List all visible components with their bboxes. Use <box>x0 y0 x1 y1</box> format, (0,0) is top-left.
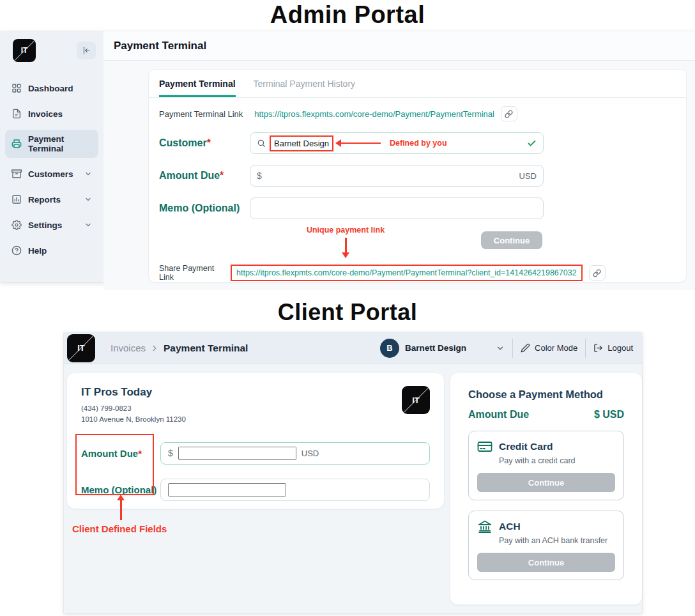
breadcrumb: Invoices Payment Terminal <box>111 343 248 354</box>
required-asterisk: * <box>138 448 142 459</box>
admin-sidebar: IT Dashboard Invoices Payment Terminal <box>0 31 103 282</box>
search-icon <box>257 139 266 148</box>
sidebar-collapse-button[interactable] <box>77 42 96 59</box>
merchant-logo: IT <box>402 386 430 414</box>
share-link-label: Share Payment Link <box>159 264 231 282</box>
sidebar-item-label: Payment Terminal <box>28 134 92 153</box>
share-link-row: Share Payment Link https://itpros.flexpm… <box>149 264 686 282</box>
credit-card-icon <box>477 439 493 454</box>
client-app-logo: IT <box>67 334 95 362</box>
dashboard-icon <box>11 83 22 93</box>
method-description: Pay with a credit card <box>499 456 615 465</box>
chevron-down-icon <box>84 170 92 178</box>
sidebar-item-invoices[interactable]: Invoices <box>5 104 98 123</box>
merchant-phone: (434) 799-0823 <box>81 403 186 414</box>
memo-input-wrap <box>250 197 544 219</box>
admin-topbar: Payment Terminal <box>103 31 695 61</box>
credit-card-continue-button[interactable]: Continue <box>477 473 615 492</box>
copy-link-button[interactable] <box>501 106 517 121</box>
user-menu-chevron-icon[interactable] <box>496 344 505 353</box>
sidebar-item-label: Reports <box>28 195 61 204</box>
merchant-logo-text: IT <box>412 396 420 405</box>
tab-payment-terminal[interactable]: Payment Terminal <box>159 79 236 97</box>
client-amount-input[interactable] <box>178 447 296 460</box>
method-ach[interactable]: ACH Pay with an ACH bank transfer Contin… <box>468 511 624 580</box>
memo-input[interactable] <box>257 198 537 219</box>
breadcrumb-current: Payment Terminal <box>164 343 248 354</box>
logout-icon <box>593 343 603 353</box>
ach-continue-button[interactable]: Continue <box>477 553 615 572</box>
customers-icon <box>11 169 22 179</box>
copy-share-link-button[interactable] <box>589 265 606 281</box>
required-asterisk: * <box>207 137 211 148</box>
client-amount-label: Amount Due* <box>81 448 160 459</box>
reports-icon <box>11 194 22 204</box>
logout-button[interactable]: Logout <box>593 343 633 353</box>
tab-bar: Payment Terminal Terminal Payment Histor… <box>149 70 686 98</box>
client-portal-screenshot: IT Invoices Payment Terminal B Barnett D… <box>64 332 642 613</box>
sidebar-item-customers[interactable]: Customers <box>5 164 98 183</box>
currency-prefix: $ <box>168 448 173 458</box>
sidebar-nav: Dashboard Invoices Payment Terminal Cust… <box>5 79 98 260</box>
customer-value-highlight: Barnett Design <box>270 135 333 151</box>
sidebar-item-label: Invoices <box>28 109 63 119</box>
page-title: Payment Terminal <box>114 40 206 52</box>
help-icon <box>11 245 22 256</box>
method-credit-card[interactable]: Credit Card Pay with a credit card Conti… <box>468 431 624 500</box>
client-memo-label: Memo (Optional) <box>81 484 160 495</box>
client-amount-input-wrap: $ USD <box>160 442 430 465</box>
sidebar-item-reports[interactable]: Reports <box>5 190 98 209</box>
header-divider <box>512 339 513 358</box>
client-portal-title: Client Portal <box>0 298 695 328</box>
client-memo-input-wrap <box>160 479 430 501</box>
invoices-icon <box>11 109 22 119</box>
client-memo-input[interactable] <box>168 483 286 497</box>
sidebar-item-dashboard[interactable]: Dashboard <box>5 79 98 98</box>
sidebar-item-settings[interactable]: Settings <box>5 215 98 235</box>
share-link-url[interactable]: https://itpros.flexpmts.com/core-demo/Pa… <box>231 265 583 281</box>
customer-input[interactable]: Barnett Design Defined by you <box>250 132 544 154</box>
app-logo: IT <box>13 39 36 62</box>
header-actions: B Barnett Design Color Mode Logout <box>380 339 633 358</box>
link-icon <box>505 110 513 118</box>
amount-due-label: Amount Due* <box>159 170 250 181</box>
client-amount-row: Amount Due* $ USD <box>81 442 430 465</box>
avatar[interactable]: B <box>380 339 399 358</box>
tab-terminal-payment-history[interactable]: Terminal Payment History <box>254 79 356 97</box>
client-memo-row: Memo (Optional) <box>81 479 430 501</box>
app-logo-text: IT <box>21 46 28 55</box>
client-header: IT Invoices Payment Terminal B Barnett D… <box>64 332 642 364</box>
terminal-link-url[interactable]: https://itpros.flexpmts.com/core-demo/Pa… <box>254 109 494 119</box>
action-row: Unique payment link Continue <box>149 224 686 256</box>
payment-terminal-card: Payment Terminal Terminal Payment Histor… <box>148 69 687 282</box>
continue-button[interactable]: Continue <box>481 231 542 249</box>
sidebar-item-label: Settings <box>28 220 62 230</box>
unique-payment-link-annotation: Unique payment link <box>269 226 422 235</box>
amount-input-wrap: $ USD <box>250 165 544 187</box>
logout-label: Logout <box>607 343 633 353</box>
memo-label: Memo (Optional) <box>159 203 250 214</box>
currency-code: USD <box>302 449 319 458</box>
method-name: ACH <box>499 521 521 532</box>
panel-amount-label: Amount Due <box>468 409 529 420</box>
customer-field-row: Customer* Barnett Design Defined by you <box>149 132 686 154</box>
required-asterisk: * <box>220 170 224 181</box>
annotation-arrow-down <box>345 238 347 253</box>
color-mode-button[interactable]: Color Mode <box>521 343 577 353</box>
sidebar-item-payment-terminal[interactable]: Payment Terminal <box>5 130 98 158</box>
sidebar-item-help[interactable]: Help <box>5 241 98 260</box>
client-defined-fields-annotation: Client Defined Fields <box>72 523 167 534</box>
currency-prefix: $ <box>257 171 262 181</box>
amount-input[interactable] <box>267 166 514 186</box>
admin-main: Payment Terminal Payment Terminal Termin… <box>103 31 695 282</box>
header-divider <box>585 339 586 358</box>
color-mode-icon <box>521 343 530 353</box>
panel-amount-value: $ USD <box>594 409 624 420</box>
chevron-down-icon <box>84 221 92 229</box>
breadcrumb-invoices[interactable]: Invoices <box>111 343 146 353</box>
merchant-address: 1010 Avenue N, Brooklyn 11230 <box>81 414 186 425</box>
merchant-info: IT Pros Today (434) 799-0823 1010 Avenue… <box>81 386 430 426</box>
merchant-name: IT Pros Today <box>81 386 186 399</box>
color-mode-label: Color Mode <box>535 343 577 353</box>
client-invoice-card: IT Pros Today (434) 799-0823 1010 Avenue… <box>67 373 444 509</box>
